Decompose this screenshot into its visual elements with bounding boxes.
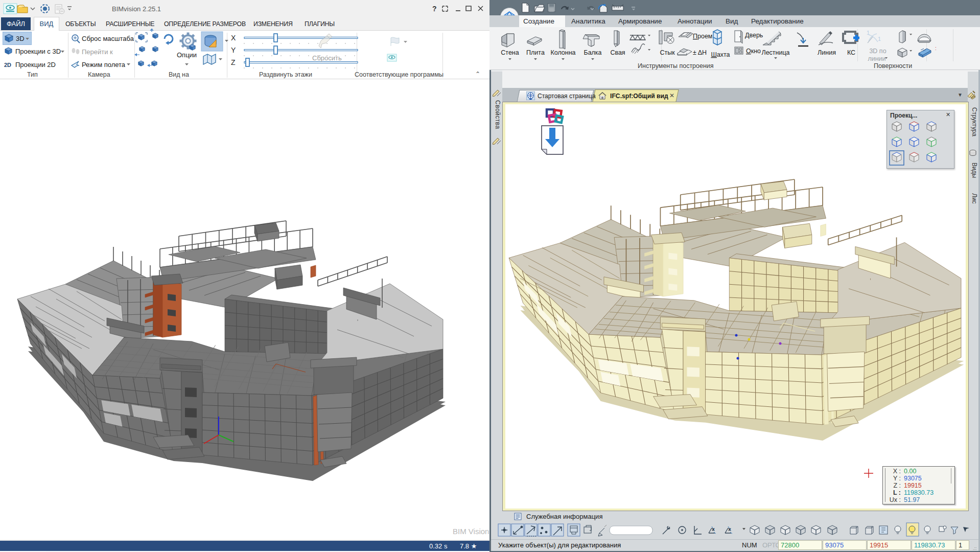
svg-text:x: x: [712, 527, 714, 532]
svg-text:?: ?: [432, 5, 437, 13]
svg-text:x: x: [729, 527, 731, 532]
